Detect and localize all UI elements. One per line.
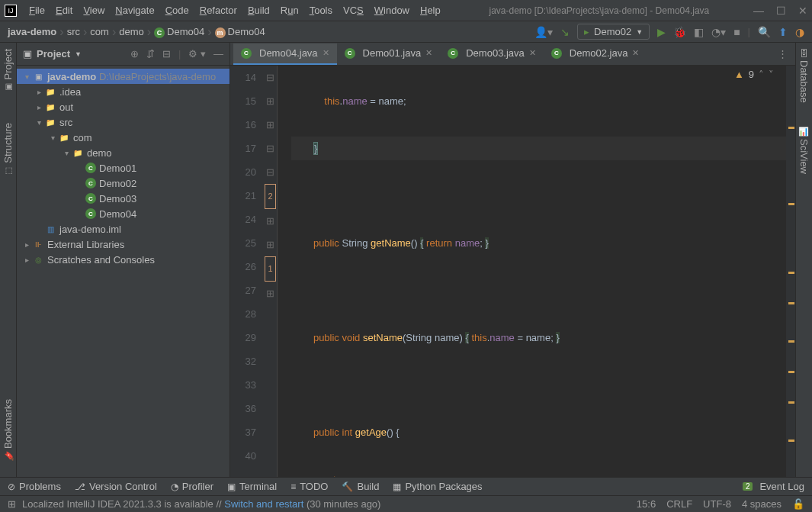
status-link[interactable]: Switch and restart [224,498,303,510]
inspection-widget[interactable]: ▲ 9 ˄ ˅ [734,69,774,80]
left-tool-gutter: ▣ Project ⬚ Structure 🔖 Bookmarks [0,43,17,477]
build-icon[interactable]: ↘ [560,26,570,38]
settings-icon[interactable]: ⚙ ▾ [188,48,206,60]
run-config-selector[interactable]: ▸ Demo02 ▼ [577,24,650,40]
usage-badge[interactable]: 1 [265,256,275,282]
tool-vcs[interactable]: ⎇ Version Control [75,481,157,492]
tree-file-demo03[interactable]: CDemo03 [17,191,229,206]
close-icon[interactable]: ✕ [323,48,329,58]
code-content[interactable]: this.name = name; } public String getNam… [278,66,786,477]
menu-file[interactable]: File [24,2,50,18]
tab-demo03[interactable]: C Demo03.java✕ [440,43,544,65]
tree-file-demo01[interactable]: CDemo01 [17,160,229,175]
readonly-icon[interactable]: 🔓 [792,498,804,510]
tree-idea[interactable]: ▸📁.idea [17,84,229,99]
tab-demo01[interactable]: C Demo01.java✕ [337,43,441,65]
tree-demo[interactable]: ▾📁demo [17,145,229,160]
stop-button[interactable]: ■ [733,26,740,38]
tool-tab-project[interactable]: ▣ Project [2,49,14,92]
tree-root[interactable]: ▾▣ java-demo D:\IdeaProjects\java-demo [17,69,229,84]
close-icon[interactable]: ✕ [529,48,536,58]
menu-tools[interactable]: Tools [305,2,337,18]
menu-edit[interactable]: Edit [51,2,77,18]
chevron-up-icon[interactable]: ˄ [759,69,764,80]
class-icon: C [241,48,252,59]
tool-windows-icon[interactable]: ⊞ [8,498,16,510]
ide-settings-icon[interactable]: ◑ [795,26,804,38]
maximize-button[interactable]: ☐ [776,5,786,17]
bottom-tool-bar: ⊘ Problems ⎇ Version Control ◔ Profiler … [0,477,812,495]
tree-scratches[interactable]: ▸◎Scratches and Consoles [17,252,229,267]
main-menu: File Edit View Navigate Code Refactor Bu… [24,2,445,18]
coverage-button[interactable]: ◧ [694,26,704,38]
debug-button[interactable]: 🐞 [673,26,686,38]
tool-tab-structure[interactable]: ⬚ Structure [2,123,14,176]
indent-info[interactable]: 4 spaces [742,498,782,510]
bc-class[interactable]: CDemo04 [154,26,204,38]
tree-external-libs[interactable]: ▸⊪External Libraries [17,237,229,252]
menu-help[interactable]: Help [416,2,445,18]
close-icon[interactable]: ✕ [632,48,639,58]
tab-menu-icon[interactable]: ⋮ [770,48,795,60]
fold-gutter[interactable]: ⊟⊞⊞ ⊟⊟ 2 ⊞⊞ 1 ⊞ [264,66,278,477]
tool-tab-bookmarks[interactable]: 🔖 Bookmarks [2,399,14,462]
select-opened-icon[interactable]: ⊕ [130,48,139,60]
editor-tabs: C Demo04.java✕ C Demo01.java✕ C Demo03.j… [230,43,795,66]
bc-src[interactable]: src [67,26,80,37]
error-stripe[interactable] [786,66,795,477]
chevron-down-icon[interactable]: ˅ [769,69,774,80]
menu-run[interactable]: Run [276,2,303,18]
tool-todo[interactable]: ≡ TODO [290,481,328,492]
cursor-position[interactable]: 15:6 [637,498,656,510]
tool-terminal[interactable]: ▣ Terminal [227,481,277,492]
menu-refactor[interactable]: Refactor [195,2,242,18]
tree-file-demo04[interactable]: CDemo04 [17,206,229,221]
tab-demo02[interactable]: C Demo02.java✕ [544,43,647,65]
event-log[interactable]: 2Event Log [743,481,804,492]
code-editor[interactable]: ▲ 9 ˄ ˅ 141516 172021 242526 272829 3233… [230,66,795,477]
menu-view[interactable]: View [79,2,109,18]
panel-view-selector[interactable]: ▣ Project ▼ [23,48,82,60]
status-message: Localized IntelliJ IDEA 2021.3.3 is avai… [22,498,380,510]
add-user-icon[interactable]: 👤▾ [534,26,553,38]
hide-panel-icon[interactable]: — [213,48,223,60]
tree-out[interactable]: ▸📁out [17,99,229,114]
tool-problems[interactable]: ⊘ Problems [8,481,61,492]
search-icon[interactable]: 🔍 [758,26,771,38]
tree-src[interactable]: ▾📁src [17,114,229,130]
tree-iml[interactable]: ▥java-demo.iml [17,221,229,237]
close-button[interactable]: ✕ [798,5,807,17]
run-button[interactable]: ▶ [657,26,666,38]
usage-badge[interactable]: 2 [265,184,275,209]
tree-file-demo02[interactable]: CDemo02 [17,175,229,191]
collapse-all-icon[interactable]: ⊟ [162,48,171,60]
tool-tab-database[interactable]: 🗄 Database [798,49,810,103]
bc-project[interactable]: java-demo [8,26,56,37]
update-icon[interactable]: ⬆ [778,26,788,38]
menu-navigate[interactable]: Navigate [111,2,159,18]
run-config-icon: ▸ [584,26,589,37]
menu-code[interactable]: Code [161,2,194,18]
tab-demo04[interactable]: C Demo04.java✕ [233,43,337,65]
line-numbers: 141516 172021 242526 272829 323336 3740 [230,66,264,477]
minimize-button[interactable]: — [753,5,764,17]
menu-build[interactable]: Build [243,2,274,18]
file-encoding[interactable]: UTF-8 [703,498,731,510]
tool-python[interactable]: ▦ Python Packages [393,481,482,492]
chevron-right-icon: › [112,25,116,39]
tool-build[interactable]: 🔨 Build [342,481,379,492]
tool-profiler[interactable]: ◔ Profiler [171,481,213,492]
tree-com[interactable]: ▾📁com [17,130,229,145]
close-icon[interactable]: ✕ [425,48,432,58]
bc-com[interactable]: com [90,26,109,37]
class-icon: C [551,48,562,59]
expand-all-icon[interactable]: ⇵ [146,48,155,60]
profile-button[interactable]: ◔▾ [711,26,726,38]
menu-vcs[interactable]: VCS [339,2,368,18]
bc-demo[interactable]: demo [119,26,144,37]
line-separator[interactable]: CRLF [666,498,692,510]
menu-window[interactable]: Window [370,2,414,18]
tool-tab-sciview[interactable]: 📊 SciView [798,126,810,174]
bc-method[interactable]: mDemo04 [215,26,265,38]
title-bar: IJ File Edit View Navigate Code Refactor… [0,0,812,21]
